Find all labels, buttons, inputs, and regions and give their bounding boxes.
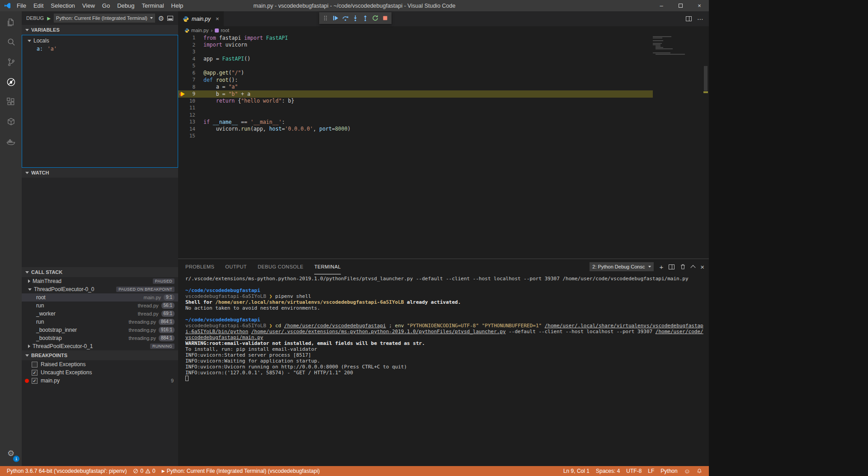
maximize-panel-icon[interactable] [691, 265, 696, 270]
code-line-7[interactable]: 7def root(): [178, 76, 653, 84]
line-number[interactable]: 14 [178, 126, 195, 132]
line-number[interactable]: 3 [178, 49, 195, 55]
more-actions-icon[interactable]: ⋯ [697, 16, 703, 22]
code-line-1[interactable]: 1from fastapi import FastAPI [178, 34, 653, 42]
breadcrumb-file[interactable]: main.py [184, 28, 209, 33]
code-editor[interactable]: 1from fastapi import FastAPI2import uvic… [178, 34, 709, 259]
explorer-icon[interactable] [0, 12, 22, 32]
minimize-button[interactable]: – [652, 0, 671, 11]
menu-debug[interactable]: Debug [113, 0, 138, 11]
notifications-bell-icon[interactable] [693, 466, 705, 476]
container-icon[interactable] [0, 112, 22, 132]
status-language[interactable]: Python [657, 466, 680, 476]
checkbox[interactable]: ✓ [32, 370, 38, 376]
callstack-row-threadpoolexecutor-0-0[interactable]: ThreadPoolExecutor-0_0PAUSED ON BREAKPOI… [22, 285, 178, 293]
code-line-15[interactable]: 15 [178, 132, 653, 140]
maximize-button[interactable] [671, 0, 690, 11]
debug-config-dropdown[interactable]: Python: Current File (Integrated Termina… [54, 14, 155, 23]
feedback-smiley-icon[interactable]: ☺ [681, 466, 693, 476]
line-number[interactable]: 8 [178, 84, 195, 90]
tab-main-py[interactable]: main.py × [178, 11, 224, 26]
new-terminal-icon[interactable]: + [659, 264, 663, 270]
code-line-9[interactable]: 9 b = "b" + a [178, 90, 653, 98]
status-cursor-position[interactable]: Ln 9, Col 1 [560, 466, 593, 476]
line-number[interactable]: 5 [178, 63, 195, 69]
callstack-pane-header[interactable]: CALL STACK [22, 267, 178, 277]
menu-go[interactable]: Go [99, 0, 113, 11]
callstack-row-threadpoolexecutor-0-1[interactable]: ThreadPoolExecutor-0_1RUNNING [22, 342, 178, 350]
line-number[interactable]: 10 [178, 98, 195, 104]
line-number[interactable]: 13 [178, 119, 195, 125]
callstack-row--worker[interactable]: _workerthread.py69:1 [22, 310, 178, 318]
code-line-14[interactable]: 14 uvicorn.run(app, host='0.0.0.0', port… [178, 126, 653, 133]
drag-handle-icon[interactable] [321, 13, 330, 23]
code-line-11[interactable]: 11 [178, 104, 653, 112]
breadcrumb-symbol[interactable]: root [215, 28, 229, 33]
extensions-icon[interactable] [0, 92, 22, 112]
breakpoint-row-main-py[interactable]: ✓main.py9 [22, 377, 178, 385]
line-number[interactable]: 2 [178, 42, 195, 48]
debug-console-icon[interactable] [167, 16, 173, 21]
callstack-row--bootstrap-inner[interactable]: _bootstrap_innerthreading.py916:1 [22, 326, 178, 334]
editor-scrollbar[interactable] [703, 34, 709, 259]
step-over-button[interactable] [340, 13, 350, 23]
step-into-button[interactable] [350, 13, 360, 23]
gear-icon[interactable]: ⚙1 [0, 443, 22, 463]
menu-view[interactable]: View [79, 0, 99, 11]
minimap[interactable] [653, 36, 703, 57]
variable-row[interactable]: a: 'a' [22, 45, 178, 53]
status-debug-launch[interactable]: ▶ Python: Current File (Integrated Termi… [159, 466, 323, 476]
breakpoints-pane-header[interactable]: BREAKPOINTS [22, 350, 178, 360]
code-line-12[interactable]: 12 [178, 112, 653, 119]
status-eol[interactable]: LF [645, 466, 657, 476]
configure-gear-icon[interactable]: ⚙ [158, 15, 164, 22]
watch-tree[interactable] [22, 178, 178, 267]
line-number[interactable]: 4 [178, 56, 195, 62]
terminal[interactable]: r/.vscode/extensions/ms-python.python-20… [178, 274, 709, 466]
terminal-select-dropdown[interactable]: 2: Python Debug Consc [590, 262, 654, 271]
callstack-row-mainthread[interactable]: MainThreadPAUSED [22, 277, 178, 285]
start-debug-button[interactable]: ▶ [47, 16, 51, 21]
code-line-5[interactable]: 5 [178, 62, 653, 70]
code-line-10[interactable]: 10 return {"hello world": b} [178, 98, 653, 105]
debug-icon[interactable] [0, 72, 22, 92]
scrollbar-thumb[interactable] [704, 66, 708, 91]
code-line-3[interactable]: 3 [178, 48, 653, 56]
trash-icon[interactable] [680, 264, 686, 270]
callstack-row--bootstrap[interactable]: _bootstrapthreading.py884:1 [22, 334, 178, 342]
line-number[interactable]: 7 [178, 77, 195, 83]
close-button[interactable]: × [690, 0, 709, 11]
menu-help[interactable]: Help [168, 0, 187, 11]
checkbox[interactable]: ✓ [32, 378, 38, 384]
line-number[interactable]: 11 [178, 105, 195, 111]
breakpoint-row-uncaught-exceptions[interactable]: ✓Uncaught Exceptions [22, 368, 178, 377]
restart-button[interactable] [370, 13, 380, 23]
callstack-row-root[interactable]: rootmain.py9:1 [22, 293, 178, 302]
stop-button[interactable] [380, 13, 390, 23]
variables-pane-header[interactable]: VARIABLES [22, 25, 178, 35]
menu-file[interactable]: File [13, 0, 30, 11]
watch-pane-header[interactable]: WATCH [22, 168, 178, 178]
docker-icon[interactable] [0, 132, 22, 151]
line-number[interactable]: 6 [178, 70, 195, 76]
close-icon[interactable]: × [216, 15, 219, 22]
close-panel-icon[interactable]: × [700, 264, 704, 270]
code-line-8[interactable]: 8 a = "a" [178, 84, 653, 91]
code-line-13[interactable]: 13if __name__ == '__main__': [178, 118, 653, 126]
callstack-row-run[interactable]: runthread.py56:1 [22, 302, 178, 310]
split-editor-icon[interactable] [686, 16, 692, 21]
variables-scope-locals[interactable]: Locals [22, 37, 178, 45]
code-line-4[interactable]: 4app = FastAPI() [178, 56, 653, 63]
breakpoint-row-raised-exceptions[interactable]: Raised Exceptions [22, 360, 178, 368]
line-number[interactable]: 1 [178, 35, 195, 41]
step-out-button[interactable] [360, 13, 370, 23]
menu-edit[interactable]: Edit [30, 0, 47, 11]
panel-tab-output[interactable]: OUTPUT [225, 259, 247, 274]
callstack-row-run[interactable]: runthreading.py864:1 [22, 318, 178, 326]
status-indentation[interactable]: Spaces: 4 [593, 466, 623, 476]
code-line-2[interactable]: 2import uvicorn [178, 42, 653, 49]
continue-button[interactable] [330, 13, 340, 23]
menu-selection[interactable]: Selection [47, 0, 78, 11]
panel-tab-debug-console[interactable]: DEBUG CONSOLE [258, 259, 303, 274]
search-icon[interactable] [0, 32, 22, 52]
